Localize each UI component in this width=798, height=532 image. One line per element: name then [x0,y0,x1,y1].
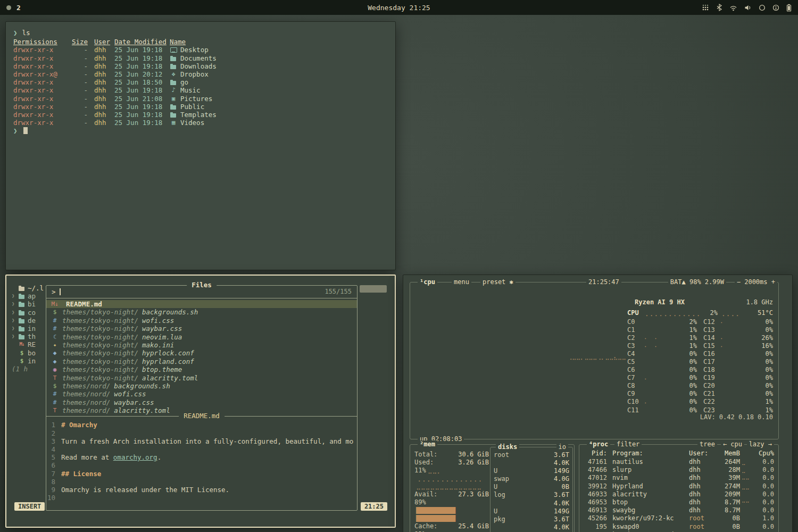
tree-item[interactable]: (1 h [12,365,45,373]
picker-item[interactable]: ◆ themes/tokyo-night/hyprland.conf [46,358,357,365]
tree-item[interactable]: ❯ ap [12,292,45,300]
mem-box-label[interactable]: ²mem [418,440,437,448]
picker-item[interactable]: $ themes/tokyo-night/backgrounds.sh [46,308,357,316]
tree-item[interactable]: ❯ de [12,317,45,325]
filter-button[interactable]: filter [614,440,642,448]
disk-line: U 149G [494,508,569,516]
file-type-icon: $ [51,308,59,316]
tab-indicator [360,285,387,293]
process-row[interactable]: 47012 nvim dhh 39M ⠤⠤ 0.0 [584,474,774,482]
process-row[interactable]: 47161 nautilus dhh 264M ⣀ 0.0 [584,458,774,466]
wifi-icon[interactable] [729,4,737,11]
chevron-icon: ❯ [12,309,16,317]
memory-stat-line: Total: 30.6 GiB [414,450,489,458]
neovim-window[interactable]: ~/.l ❯ ap ❯ bi ❯ co ❯ de [5,275,396,528]
file-type-icon [18,293,26,300]
workspace-indicator-icon[interactable] [6,5,11,10]
io-toggle[interactable]: io [556,443,568,451]
process-row[interactable]: 39912 Hyprland dhh 274M ⣀⣀ 0.0 [584,483,774,491]
preset-button[interactable]: preset ✱ [480,278,516,286]
column-header: Name [170,38,388,46]
cpu-box-label[interactable]: ¹cpu [418,278,437,286]
file-type-icon [170,71,177,78]
cpu-core-row: C5 0% [627,358,697,365]
picker-item[interactable]: # themes/nord/wofi.css [46,390,357,398]
picker-item[interactable]: # themes/tokyo-night/wofi.css [46,317,357,325]
picker-item[interactable]: # themes/nord/waybar.css [46,398,357,406]
process-row[interactable]: 46933 alacritty dhh 209M 0.0 [584,491,774,498]
tree-item[interactable]: ~/.l [12,284,45,292]
file-type-icon [170,111,177,118]
battery-icon[interactable] [786,4,792,12]
picker-prompt: > [52,288,56,296]
picker-item[interactable]: $ themes/nord/backgrounds.sh [46,382,357,390]
disk-line: U 0B [494,483,569,491]
file-type-icon: # [51,398,59,406]
chevron-icon: ❯ [12,325,16,332]
preview-line: 4 [46,445,357,453]
tailscale-icon[interactable] [702,4,709,11]
picker-item[interactable]: ◉ themes/tokyo-night/btop.theme [46,365,357,373]
file-picker[interactable]: Files > 155/155 M↓ README.md $ themes/to… [46,285,358,511]
process-row[interactable]: 45266 kworker/u97:2-kc root 0B 1.0 [584,514,774,522]
disk-line: root 3.6T [494,451,569,459]
picker-item[interactable]: ☾ themes/tokyo-night/neovim.lua [46,333,357,341]
user-menu-icon[interactable] [772,4,779,11]
cpu-core-row: C4 0% [627,350,697,358]
cpu-core-row: C23 1% [703,406,773,414]
tree-item[interactable]: bo [12,349,45,357]
tree-item[interactable]: ❯ in [12,325,45,332]
cpu-core-row: C6 0% [627,366,697,374]
disks-title[interactable]: disks [496,443,519,451]
shell-prompt: ❯ [13,127,18,135]
memory-stat-line: Cache: 25.4 GiB [414,522,489,530]
sort-lazy-nav[interactable]: lazy → [747,440,774,448]
picker-item[interactable]: ✦ themes/tokyo-night/mako.ini [46,341,357,349]
update-interval-control[interactable]: − 2000ms + [735,278,777,286]
process-row[interactable]: 46913 swaybg dhh 8.7M 0.0 [584,506,774,514]
memory-stat-line: █████████████ [414,514,489,522]
sort-cpu-nav[interactable]: ← cpu [721,440,744,448]
tree-item[interactable]: ❯ co [12,309,45,317]
listing-header: PermissionsSizeUserDate ModifiedName [13,38,388,46]
chevron-icon: ❯ [12,317,16,325]
tree-item[interactable]: ❯ th [12,332,45,340]
terminal-cursor[interactable] [23,127,28,134]
file-type-icon [18,317,26,324]
tree-item[interactable]: ❯ bi [12,300,45,308]
process-row[interactable]: 46953 btop dhh 8.7M ⠒⠒ 0.0 [584,498,774,506]
file-type-icon: ✦ [51,341,59,349]
picker-results: M↓ README.md $ themes/tokyo-night/backgr… [46,298,357,415]
cpu-core-row: C10 ⠄ 0% [627,398,697,406]
tree-item[interactable]: in [12,357,45,365]
preview-line: 7 ## License [46,470,357,478]
terminal-window[interactable]: ❯ ls PermissionsSizeUserDate ModifiedNam… [5,21,396,270]
disks-panel: disks io root 3.6T 4.0K U [490,447,573,532]
bluetooth-icon[interactable] [716,4,722,11]
process-row[interactable]: 47466 slurp dhh 28M ⣀ 0.0 [584,466,774,474]
cpu-core-row: C1 1% [627,326,697,334]
cpu-temp-graph: ⡀⡀⡀⡀ [718,309,749,317]
tree-item[interactable]: RE [12,340,45,348]
file-type-icon: # [51,390,59,398]
disk-line: log 3.6T [494,491,569,499]
tree-toggle[interactable]: tree [697,440,717,448]
proc-box-label[interactable]: ⁴proc [587,440,610,448]
picker-item[interactable]: # themes/tokyo-night/waybar.css [46,325,357,332]
disk-line: U 149G [494,467,569,475]
line-number: 2 [46,429,61,437]
menu-button[interactable]: menu [452,278,471,286]
picker-item[interactable]: M↓ README.md [46,300,357,308]
workspace-label[interactable]: 2 [16,4,21,12]
line-number: 7 [46,470,61,478]
btop-window[interactable]: ¹cpu menu preset ✱ 21:25:47 BAT▲ 98% 2.9… [403,275,793,532]
desktop: 2 Wednesday 21:25 [0,0,798,532]
picker-item[interactable]: ◆ themes/tokyo-night/hyprlock.conf [46,349,357,357]
link-text[interactable]: omarchy.org [113,453,157,461]
file-type-icon: T [51,406,59,414]
idle-inhibitor-icon[interactable] [759,4,766,11]
process-row[interactable]: 195 kswapd0 root 0B 0.0 [584,523,774,531]
cpu-usage-percent: 2% [701,309,718,317]
picker-item[interactable]: T themes/tokyo-night/alacritty.toml [46,374,357,382]
volume-icon[interactable] [744,4,752,11]
